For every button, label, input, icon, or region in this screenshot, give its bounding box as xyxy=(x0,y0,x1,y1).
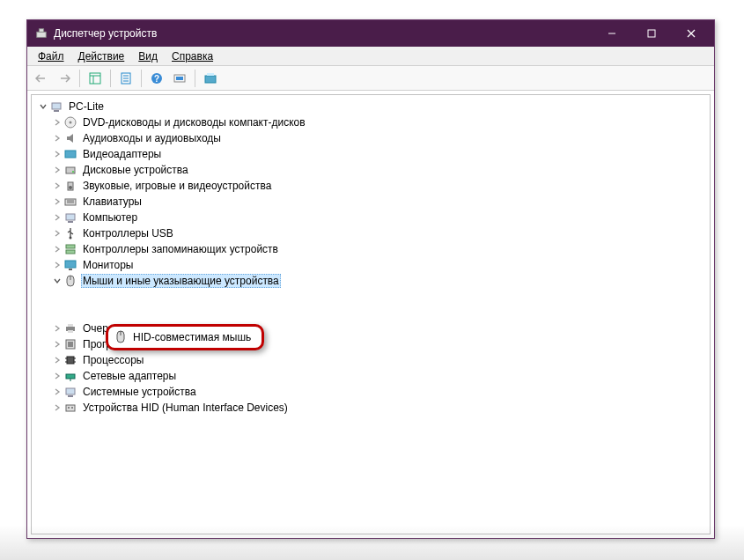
menu-view[interactable]: Вид xyxy=(131,48,165,64)
menu-action[interactable]: Действие xyxy=(71,48,132,64)
titlebar[interactable]: Диспетчер устройств xyxy=(27,20,714,47)
tree-category-mice-label[interactable]: Мыши и иные указывающие устройства xyxy=(81,274,281,288)
tree-category[interactable]: Аудиовходы и аудиовыходы xyxy=(33,130,708,146)
chevron-right-icon[interactable] xyxy=(51,243,63,255)
tree-category-mice[interactable]: Мыши и иные указывающие устройства xyxy=(33,273,708,289)
tree-category-label[interactable]: Клавиатуры xyxy=(81,195,144,209)
minimize-button[interactable] xyxy=(592,20,631,47)
chevron-down-icon[interactable] xyxy=(37,100,49,113)
menubar: Файл Действие Вид Справка xyxy=(27,47,714,66)
svg-rect-18 xyxy=(207,73,214,76)
toolbar-properties-button[interactable] xyxy=(115,69,136,88)
tree-category[interactable]: Мониторы xyxy=(33,257,708,273)
monitor-icon xyxy=(63,258,77,272)
toolbar-help-button[interactable]: ? xyxy=(146,69,167,88)
tree-root-label[interactable]: PC-Lite xyxy=(67,99,106,114)
svg-rect-3 xyxy=(648,30,655,37)
keyboard-icon xyxy=(63,195,77,209)
computer-icon xyxy=(63,210,77,225)
svg-text:?: ? xyxy=(154,74,159,84)
svg-point-22 xyxy=(70,122,72,124)
chevron-right-icon[interactable] xyxy=(51,148,63,160)
tree-category-label[interactable]: Процессоры xyxy=(81,353,146,367)
svg-point-57 xyxy=(68,407,70,409)
tree-category-label[interactable]: Аудиовходы и аудиовыходы xyxy=(81,131,223,145)
chevron-right-icon[interactable] xyxy=(51,227,63,239)
disk-icon xyxy=(63,163,77,177)
chevron-right-icon[interactable] xyxy=(51,180,63,192)
toolbar: ? xyxy=(27,66,714,91)
tree-category[interactable]: Контроллеры запоминающих устройств xyxy=(33,241,708,257)
toolbar-separator xyxy=(110,70,111,87)
computer-icon xyxy=(49,99,63,114)
chevron-right-icon[interactable] xyxy=(51,195,63,208)
device-tree[interactable]: PC-Lite DVD-дисководы и дисководы компак… xyxy=(33,99,708,416)
toolbar-scan-button[interactable] xyxy=(169,69,190,88)
sound-icon xyxy=(63,179,77,193)
tree-category-label[interactable]: Дисковые устройства xyxy=(81,163,190,177)
svg-rect-0 xyxy=(37,32,47,37)
svg-rect-1 xyxy=(39,29,43,33)
chevron-right-icon[interactable] xyxy=(51,354,63,366)
tree-category-label[interactable]: Контроллеры USB xyxy=(81,226,175,240)
chevron-right-icon[interactable] xyxy=(51,402,63,414)
svg-rect-20 xyxy=(54,110,59,112)
svg-rect-37 xyxy=(69,269,72,270)
usb-icon xyxy=(63,226,77,240)
chevron-right-icon[interactable] xyxy=(51,164,63,176)
tree-category-label[interactable]: DVD-дисководы и дисководы компакт-дисков xyxy=(81,115,307,129)
chevron-right-icon[interactable] xyxy=(51,338,63,350)
tree-category[interactable]: Устройства HID (Human Interface Devices) xyxy=(33,400,708,416)
svg-rect-35 xyxy=(66,250,75,254)
toolbar-separator xyxy=(195,70,195,87)
svg-rect-32 xyxy=(68,221,73,223)
tree-category[interactable]: Клавиатуры xyxy=(33,194,708,210)
tree-category-label[interactable]: Системные устройства xyxy=(81,385,198,399)
software-icon xyxy=(63,337,77,351)
chevron-right-icon[interactable] xyxy=(51,370,63,382)
tree-category[interactable]: Компьютер xyxy=(33,210,708,225)
tree-category[interactable]: Процессоры xyxy=(33,352,708,368)
chevron-right-icon[interactable] xyxy=(51,116,63,129)
menu-file[interactable]: Файл xyxy=(31,48,71,64)
tree-category[interactable]: Сетевые адаптеры xyxy=(33,368,708,384)
svg-rect-43 xyxy=(68,324,73,327)
chevron-right-icon[interactable] xyxy=(51,132,63,144)
nav-forward-button[interactable] xyxy=(54,69,75,88)
tree-category[interactable]: Контроллеры USB xyxy=(33,225,708,241)
tree-category-label[interactable]: Сетевые адаптеры xyxy=(81,369,178,383)
tree-category-label[interactable]: Видеоадаптеры xyxy=(81,147,163,161)
chevron-down-icon[interactable] xyxy=(51,275,63,287)
chevron-right-icon[interactable] xyxy=(51,259,63,271)
tree-category-label[interactable]: Мониторы xyxy=(81,258,135,272)
svg-rect-31 xyxy=(66,214,75,220)
svg-point-27 xyxy=(69,186,72,189)
svg-rect-46 xyxy=(68,342,73,347)
chevron-right-icon[interactable] xyxy=(51,386,63,398)
tree-category[interactable]: Системные устройства xyxy=(33,384,708,400)
tree-category[interactable]: Видеоадаптеры xyxy=(33,146,708,162)
nav-back-button[interactable] xyxy=(31,69,52,88)
chevron-right-icon[interactable] xyxy=(51,211,63,224)
svg-point-58 xyxy=(71,407,73,409)
tree-category[interactable]: Дисковые устройства xyxy=(33,162,708,178)
tree-category-label[interactable]: Компьютер xyxy=(81,210,139,225)
disc-icon xyxy=(63,115,77,129)
tree-category[interactable]: Звуковые, игровые и видеоустройства xyxy=(33,178,708,194)
tree-category-label[interactable]: Контроллеры запоминающих устройств xyxy=(81,242,280,256)
tree-category[interactable]: DVD-дисководы и дисководы компакт-дисков xyxy=(33,114,708,130)
tree-root[interactable]: PC-Lite xyxy=(33,99,708,114)
maximize-button[interactable] xyxy=(631,20,671,47)
chevron-right-icon[interactable] xyxy=(51,322,63,335)
toolbar-update-button[interactable] xyxy=(200,69,221,88)
toolbar-show-hide-button[interactable] xyxy=(85,69,106,88)
highlighted-callout: HID-совместимая мышь xyxy=(106,324,264,350)
menu-help[interactable]: Справка xyxy=(165,48,220,64)
callout-text: HID-совместимая мышь xyxy=(133,331,251,343)
print-icon xyxy=(63,321,77,335)
tree-category-label[interactable]: Устройства HID (Human Interface Devices) xyxy=(81,401,290,415)
tree-category-label[interactable]: Звуковые, игровые и видеоустройства xyxy=(81,179,273,193)
svg-rect-36 xyxy=(65,261,76,268)
svg-point-25 xyxy=(72,171,74,173)
close-button[interactable] xyxy=(671,20,711,47)
